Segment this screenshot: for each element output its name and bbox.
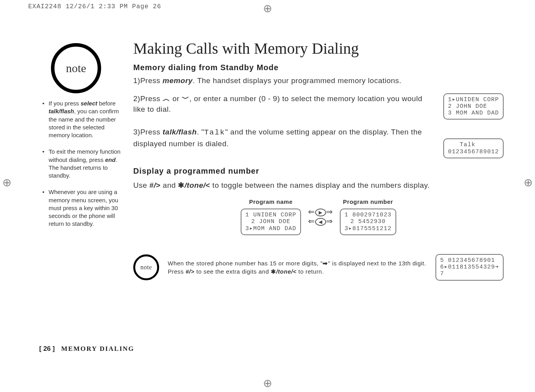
footer-section-title: MEMORY DIALING bbox=[61, 345, 134, 352]
note-item-1: If you press select before talk/flash, y… bbox=[42, 100, 122, 139]
lcd-overflow: 5 012345678901 6▸011813554329➔ 7 bbox=[435, 254, 504, 281]
overflow-digits-note: note When the stored phone number has 15… bbox=[133, 254, 504, 281]
caret-up-icon: ︿ bbox=[163, 93, 170, 104]
caret-down-icon: ﹀ bbox=[182, 93, 190, 104]
step-3: Talk 0123456789012 3)Press talk/flash. "… bbox=[133, 127, 504, 158]
arrow-right-icon: ➡ bbox=[323, 259, 328, 267]
sidebar-notes: note If you press select before talk/fla… bbox=[39, 43, 122, 237]
note-icon-small: note bbox=[133, 254, 159, 280]
caption-program-name: Program name bbox=[241, 198, 301, 206]
star-icon: ✱ bbox=[178, 180, 185, 191]
lcd-names: 1 UNIDEN CORP 2 JOHN DOE 3▸MOM AND DAD bbox=[241, 209, 301, 235]
registration-mark-left: ⊕ bbox=[2, 176, 11, 189]
registration-mark-bottom: ⊕ bbox=[263, 377, 272, 390]
print-job-header: EXAI2248 12/26/1 2:33 PM Page 26 bbox=[28, 3, 161, 10]
note-item-3: Whenever you are using a memory menu scr… bbox=[42, 188, 122, 228]
lcd-talk: Talk 0123456789012 bbox=[443, 138, 504, 158]
registration-mark-right: ⊕ bbox=[524, 176, 533, 189]
caret-left-icon: < bbox=[205, 180, 210, 191]
lcd-memory-list: 1▸UNIDEN CORP 2 JOHN DOE 3 MOM AND DAD bbox=[443, 93, 504, 120]
note-icon: note bbox=[51, 43, 101, 93]
section-heading-display-number: Display a programmed number bbox=[133, 165, 504, 177]
page-number: [ 26 ] bbox=[39, 345, 55, 352]
toggle-instruction: Use #/> and ✱/tone/< to toggle between t… bbox=[133, 180, 504, 191]
lcd-numbers: 1 8002971023 2 5452930 3▸8175551212 bbox=[340, 209, 396, 235]
page-title: Making Calls with Memory Dialing bbox=[133, 39, 504, 58]
toggle-arrows: ⇐▶⇒ ⇐◀⇒ bbox=[308, 207, 333, 226]
caption-program-number: Program number bbox=[340, 198, 396, 206]
registration-mark-top: ⊕ bbox=[263, 2, 272, 15]
note-item-2: To exit the memory function without dial… bbox=[42, 148, 122, 180]
name-number-comparison: Program name 1 UNIDEN CORP 2 JOHN DOE 3▸… bbox=[133, 198, 504, 235]
arrow-right-icon: ▶ bbox=[315, 209, 326, 216]
arrow-left-icon: ◀ bbox=[315, 218, 326, 226]
caret-right-icon: > bbox=[156, 180, 161, 191]
section-heading-standby: Memory dialing from Standby Mode bbox=[133, 63, 504, 72]
step-2: 1▸UNIDEN CORP 2 JOHN DOE 3 MOM AND DAD 2… bbox=[133, 93, 504, 120]
step-1: 1)Press memory. The handset displays you… bbox=[133, 75, 504, 86]
page-footer: [ 26 ] MEMORY DIALING bbox=[39, 345, 134, 353]
